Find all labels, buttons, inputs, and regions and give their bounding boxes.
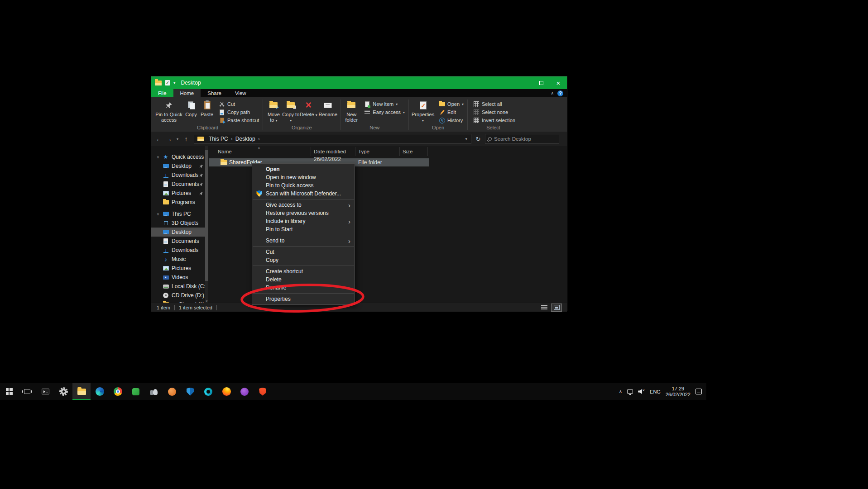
menu-item-rename[interactable]: Rename [252,284,355,292]
back-button[interactable]: ← [155,135,163,142]
address-dropdown-icon[interactable]: ▾ [465,137,469,141]
menu-item-cut[interactable]: Cut [252,248,355,256]
new-item-button[interactable]: New item ▾ [362,100,407,108]
taskbar-app-brave[interactable] [254,383,272,400]
select-none-button[interactable]: Select none [471,108,517,116]
maximize-button[interactable] [532,76,550,89]
menu-item-scan-with-microsoft-defender[interactable]: Scan with Microsoft Defender... [252,190,355,198]
hidden-icons-chevron-icon[interactable]: ∧ [619,389,622,394]
tab-share[interactable]: Share [201,89,228,97]
taskbar-app-firefox[interactable] [217,383,235,400]
chevron-down-icon[interactable]: ∨ [157,212,163,216]
paste-shortcut-button[interactable]: Paste shortcut [217,116,261,124]
minimize-button[interactable] [515,76,532,89]
taskbar-app-teal[interactable] [199,383,217,400]
tab-home[interactable]: Home [173,89,201,97]
menu-item-open[interactable]: Open [252,165,355,173]
column-header-size[interactable]: Size [400,147,428,156]
copy-path-button[interactable]: Copy path [217,108,261,116]
sidebar-item-cd-drive-d[interactable]: CD Drive (D:) Vir [151,291,205,300]
sidebar-item-local-disk-c[interactable]: Local Disk (C:) [151,282,205,291]
sidebar-item-desktop-quick[interactable]: Desktop [151,161,205,171]
recent-locations-dropdown-icon[interactable]: ▾ [175,137,180,141]
menu-item-pin-to-start[interactable]: Pin to Start [252,225,355,233]
invert-selection-button[interactable]: Invert selection [471,116,517,124]
taskbar-app-file-explorer[interactable] [72,383,91,400]
open-button[interactable]: Open ▾ [437,100,465,108]
network-icon[interactable] [627,389,633,394]
breadcrumb-chevron-icon[interactable]: › [258,136,260,142]
menu-item-create-shortcut[interactable]: Create shortcut [252,267,355,275]
large-icons-view-button[interactable] [551,304,561,311]
customize-toolbar-dropdown-icon[interactable]: ▾ [173,81,176,85]
breadcrumb-desktop[interactable]: Desktop [233,136,258,142]
menu-item-give-access-to[interactable]: Give access to › [252,201,355,209]
menu-item-restore-previous-versions[interactable]: Restore previous versions [252,209,355,217]
collapse-ribbon-icon[interactable]: ∧ [551,91,554,95]
sidebar-item-programs[interactable]: Programs [151,198,205,207]
language-indicator[interactable]: ENG [650,389,661,394]
tab-file[interactable]: File [151,89,173,97]
move-to-button[interactable]: Move to ▾ [265,98,282,123]
tab-view[interactable]: View [228,89,253,97]
details-view-button[interactable] [539,304,549,311]
chevron-down-icon[interactable]: ∨ [157,155,163,159]
help-icon[interactable]: ? [557,90,563,96]
taskbar-app-terminal[interactable] [36,383,54,400]
menu-item-properties[interactable]: Properties [252,295,355,303]
menu-item-pin-to-quick-access[interactable]: Pin to Quick access [252,181,355,190]
scroll-down-icon[interactable]: ∨ [205,299,208,303]
taskbar-app-security[interactable] [181,383,199,400]
taskbar-app-edge[interactable] [91,383,109,400]
edit-button[interactable]: Edit [437,108,465,116]
sidebar-item-pictures-quick[interactable]: Pictures [151,189,205,198]
sidebar-item-quick-access[interactable]: ∨ ★ Quick access [151,152,205,161]
start-button[interactable] [0,383,18,400]
column-header-date-modified[interactable]: Date modified [311,147,355,156]
forward-button[interactable]: → [165,135,173,142]
menu-item-include-in-library[interactable]: Include in library › [252,217,355,225]
sidebar-item-vmshared[interactable]: vmShared (\\VB... [151,300,205,303]
cut-button[interactable]: Cut [217,100,261,108]
taskbar-app-orange[interactable] [163,383,181,400]
title-bar[interactable]: ✓ ▾ Desktop × [151,76,567,89]
sidebar-item-pictures[interactable]: Pictures [151,264,205,273]
menu-item-delete[interactable]: Delete [252,275,355,284]
address-breadcrumb-bar[interactable]: This PC › Desktop › ▾ [194,134,471,144]
taskbar-app-people[interactable] [145,383,163,400]
sidebar-item-3d-objects[interactable]: 3D Objects [151,218,205,228]
taskbar-app-chrome[interactable] [109,383,127,400]
close-button[interactable]: × [550,76,567,89]
taskbar-app-green-box[interactable] [127,383,145,400]
sidebar-scrollbar[interactable]: ∨ [205,146,208,303]
column-header-type[interactable]: Type [355,147,400,156]
sidebar-item-documents[interactable]: Documents [151,237,205,246]
clock[interactable]: 17:29 26/02/2022 [666,386,691,398]
up-button[interactable]: ↑ [182,135,190,142]
pin-to-quick-access-button[interactable]: Pin to Quick access [154,98,183,123]
sidebar-item-desktop[interactable]: Desktop [151,228,205,237]
sidebar-item-videos[interactable]: Videos [151,273,205,282]
scrollbar-thumb[interactable] [205,150,208,281]
column-header-name[interactable]: ∧ Name [209,147,311,156]
sidebar-item-music[interactable]: ♪ Music [151,255,205,264]
rename-button[interactable]: Rename [317,98,338,117]
new-folder-button[interactable]: New folder [342,98,360,123]
properties-shortcut-icon[interactable]: ✓ [165,80,170,85]
sidebar-item-documents-quick[interactable]: Documents [151,180,205,189]
refresh-button[interactable]: ↻ [473,136,483,142]
copy-to-button[interactable]: Copy to ▾ [282,98,299,123]
menu-item-open-in-new-window[interactable]: Open in new window [252,173,355,181]
volume-muted-icon[interactable] [638,389,645,394]
taskbar-app-settings[interactable] [54,383,72,400]
history-button[interactable]: History [437,116,465,124]
breadcrumb-this-pc[interactable]: This PC [206,136,231,142]
menu-item-send-to[interactable]: Send to › [252,237,355,245]
task-view-button[interactable] [18,383,36,400]
menu-item-copy[interactable]: Copy [252,256,355,264]
sidebar-item-downloads-quick[interactable]: ↓ Downloads [151,171,205,180]
easy-access-button[interactable]: Easy access ▾ [362,108,407,116]
action-center-icon[interactable] [695,389,702,394]
sidebar-item-downloads[interactable]: ↓ Downloads [151,246,205,255]
sidebar-item-this-pc[interactable]: ∨ This PC [151,209,205,218]
